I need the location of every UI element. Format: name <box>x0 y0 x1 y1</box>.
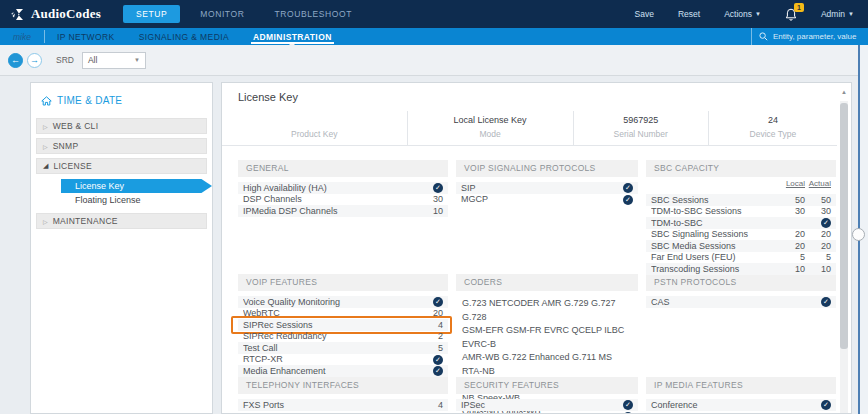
admin-menu-button[interactable]: Admin▼ <box>821 9 854 19</box>
section-card: VOIP SIGNALING PROTOCOLSSIP✓MGCP✓ <box>456 160 638 274</box>
summary-mode: Local License Key Mode <box>407 111 573 145</box>
license-sub-items: License Key Floating License <box>31 179 212 207</box>
row-value: ✓ <box>433 296 443 307</box>
row-value: ✓ <box>433 182 443 193</box>
search-icon <box>759 32 768 41</box>
tab-signaling-media[interactable]: SIGNALING & MEDIA <box>127 28 241 45</box>
check-icon: ✓ <box>433 183 443 193</box>
license-row: TDM-to-SBC✓ <box>646 217 836 229</box>
sidebar-item-time-date[interactable]: TIME & DATE <box>31 91 212 114</box>
actions-menu-button[interactable]: Actions▼ <box>724 9 761 19</box>
row-value: 10 <box>805 264 831 274</box>
row-value: ✓ <box>623 399 633 410</box>
row-value: ✓ <box>821 296 831 307</box>
srd-dropdown[interactable]: All ▼ <box>82 52 146 69</box>
section-card: TELEPHONY INTERFACESFXS Ports4FXO Ports4… <box>238 377 448 414</box>
tab-monitor[interactable]: MONITOR <box>190 5 254 23</box>
row-value: 5 <box>779 252 805 262</box>
notifications-button[interactable]: 1 <box>785 8 797 21</box>
column-header: Actual <box>805 179 831 188</box>
section-card: PSTN PROTOCOLSCAS✓ <box>646 274 836 377</box>
sidebar-group-maintenance[interactable]: ▷ MAINTENANCE <box>36 213 207 229</box>
section-card: CODERSG.723 NETCODER AMR G.729 G.727 G.7… <box>456 274 638 377</box>
notification-badge: 1 <box>794 3 804 12</box>
reset-button[interactable]: Reset <box>678 9 700 19</box>
license-row: IPSec✓ <box>456 399 638 411</box>
row-value: 4 <box>438 400 443 410</box>
forward-button[interactable]: → <box>27 53 42 68</box>
collapsed-triangle-icon: ▷ <box>43 143 48 150</box>
column-header: Local <box>779 179 805 188</box>
check-icon: ✓ <box>433 366 443 376</box>
srd-toolbar: ← → SRD All ▼ <box>0 45 868 76</box>
home-icon <box>41 96 52 106</box>
section-rows: SBC Sessions5050TDM-to-SBC Sessions3030T… <box>646 194 836 275</box>
collapsed-triangle-icon: ▷ <box>43 218 48 225</box>
row-value: 10 <box>779 264 805 274</box>
row-label: Voice Quality Monitoring <box>243 297 433 307</box>
row-value: ✓ <box>805 217 831 228</box>
row-label: High Availability (HA) <box>243 183 433 193</box>
section-title: SECURITY FEATURES <box>456 377 638 394</box>
sidebar-group-snmp[interactable]: ▷ SNMP <box>36 138 207 154</box>
license-row: Conference✓ <box>646 399 836 411</box>
sidebar-item-floating-license[interactable]: Floating License <box>53 193 212 207</box>
brand-name: AudioCodes <box>31 6 101 22</box>
tab-troubleshoot[interactable]: TROUBLESHOOT <box>264 5 362 23</box>
row-value: 50 <box>779 195 805 205</box>
row-label: DSP Channels <box>243 194 433 204</box>
row-value: ✓ <box>623 182 633 193</box>
row-value: ✓ <box>433 365 443 376</box>
search-input[interactable] <box>773 32 868 41</box>
section-rows: High Availability (HA)✓DSP Channels30IPM… <box>238 182 448 217</box>
page-title: License Key <box>238 91 837 103</box>
save-button[interactable]: Save <box>635 9 654 19</box>
back-button[interactable]: ← <box>8 53 23 68</box>
chevron-down-icon: ▼ <box>848 11 854 17</box>
sidebar-item-license-key[interactable]: License Key <box>61 179 212 193</box>
sidebar-group-web-cli[interactable]: ▷ WEB & CLI <box>36 118 207 134</box>
device-tab[interactable]: mike <box>0 28 44 45</box>
sidebar-group-license[interactable]: ◢ LICENSE <box>36 158 207 174</box>
section-rows: Voice Quality Monitoring✓WebRTC20SIPRec … <box>238 296 448 377</box>
row-value: ✓ <box>623 194 633 205</box>
srd-label: SRD <box>56 55 74 65</box>
section-card: SBC CAPACITYLocalActualSBC Sessions5050T… <box>646 160 836 274</box>
check-icon: ✓ <box>433 355 443 365</box>
check-icon: ✓ <box>623 400 633 410</box>
tab-administration[interactable]: ADMINISTRATION <box>241 28 344 45</box>
navigation-sidebar: TIME & DATE ▷ WEB & CLI ▷ SNMP ◢ LICENSE… <box>30 82 213 414</box>
row-value: 20 <box>805 229 831 239</box>
tab-setup[interactable]: SETUP <box>123 5 180 23</box>
scrollbar-thumb[interactable] <box>840 103 848 349</box>
row-label: IPSec <box>461 400 623 410</box>
license-row: SIPRec Redundancy2 <box>238 331 448 343</box>
section-title: VOIP FEATURES <box>238 274 448 291</box>
row-value: 30 <box>805 206 831 216</box>
row-label: TDM-to-SBC Sessions <box>651 206 779 216</box>
highlighted-license-row: SIPRec Sessions4 <box>238 319 448 331</box>
row-value: 30 <box>433 194 443 204</box>
license-row: FXO Ports4 <box>238 411 448 414</box>
license-key-panel: License Key Product Key Local License Ke… <box>221 82 852 414</box>
tab-ip-network[interactable]: IP NETWORK <box>45 28 127 45</box>
row-value: 20 <box>433 308 443 318</box>
section-title: PSTN PROTOCOLS <box>646 274 836 291</box>
license-row: SIP✓ <box>456 182 638 194</box>
global-search <box>751 28 868 45</box>
row-value: 20 <box>779 229 805 239</box>
row-label: Conference <box>651 400 821 410</box>
scroll-up-arrow[interactable]: ▲ <box>840 89 848 101</box>
section-card: SECURITY FEATURESIPSec✓Media Encryption✓… <box>456 377 638 414</box>
pane-collapse-handle[interactable] <box>852 228 865 241</box>
chevron-down-icon: ▼ <box>755 11 761 17</box>
row-value: 5 <box>805 252 831 262</box>
row-label: SIPRec Sessions <box>243 320 438 330</box>
app-window: AudioCodes SETUP MONITOR TROUBLESHOOT Sa… <box>0 0 868 414</box>
audiocodes-logo-icon <box>10 8 26 21</box>
row-label: Transcoding Sessions <box>651 264 779 274</box>
section-rows: FXS Ports4FXO Ports4BRI Trunks2 <box>238 399 448 414</box>
license-row: Test Call5 <box>238 342 448 354</box>
row-label: Media Enhancement <box>243 366 433 376</box>
section-title: VOIP SIGNALING PROTOCOLS <box>456 160 638 177</box>
